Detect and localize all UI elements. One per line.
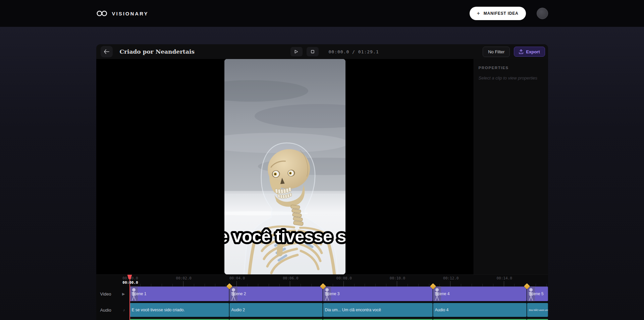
timecode-display: 00:00.0 / 01:29.1 [329,49,379,54]
properties-heading: PROPERTIES [479,66,543,70]
ruler-tick [504,281,504,286]
ruler-time-label: 00:04.0 [229,276,245,280]
ruler-tick [269,284,269,286]
audio-track-label: Audio ♪ [96,303,130,317]
current-time-label: 00:00.0 [122,280,138,285]
video-canvas: e você tivesse si [96,59,474,274]
ruler-tick [536,284,536,286]
upload-icon [519,49,523,54]
ruler-tick [418,284,419,286]
ruler-tick [172,284,173,286]
arrow-left-icon [104,49,109,54]
clip-label: Scene 4 [435,291,450,296]
ruler-tick [215,284,215,286]
user-avatar[interactable] [537,8,548,19]
ruler-tick [311,284,312,286]
clip-label: Audio 2 [231,308,245,312]
ruler-tick [386,284,386,286]
filter-select-button[interactable]: No Filter [483,47,510,57]
infinity-logo-icon [96,10,108,16]
brand-name: VISIONARY [112,11,149,16]
ruler-tick [151,284,151,286]
audio-track-name: Audio [100,308,111,313]
clip-label: E se você tivesse sido criado. [132,308,185,312]
timeline-ruler[interactable]: 00:00.0 00:00.000:02.000:04.000:06.000:0… [130,275,548,286]
ruler-tick [472,284,472,286]
transport-controls: 00:00.0 / 01:29.1 [290,44,379,59]
ruler-tick [375,284,376,286]
ruler-time-label: 00:06.0 [283,276,298,280]
ruler-tick [183,281,183,286]
ruler-tick [514,284,515,286]
ruler-time-label: 00:14.0 [496,276,512,280]
ruler-tick [354,284,355,286]
ruler-tick [162,284,162,286]
ruler-tick [247,284,248,286]
ruler-tick [290,281,290,286]
ruler-tick [140,284,141,286]
clip-label: Scene 3 [325,291,340,296]
ruler-tick [205,284,205,286]
skeleton-video-still [224,59,345,274]
ruler-tick [493,284,493,286]
project-title: Criado por Neandertais [120,48,195,55]
video-clip[interactable]: Scene 2 [229,286,323,301]
clip-label: Dia um... Um clã encontra você [325,308,381,312]
audio-clip[interactable]: Audio 2 [229,303,323,317]
editor-panel: Criado por Neandertais [96,44,548,320]
ruler-time-label: 00:08.0 [336,276,352,280]
back-button[interactable] [101,46,113,57]
manifest-idea-button[interactable]: + MANIFEST IDEA [470,7,526,20]
export-label: Export [526,49,540,54]
video-track-lane: Scene 1 Scene 2 Scene 3 Scene 4 Scene 5 [130,286,548,301]
audio-clip[interactable]: Eles NÃO veem um monstro... [527,303,548,317]
ruler-tick [450,281,450,286]
ruler-tick [546,284,547,286]
properties-empty-message: Select a clip to view properties [479,75,543,81]
ruler-tick [365,284,365,286]
video-preview[interactable]: e você tivesse si [224,59,345,274]
manifest-idea-label: MANIFEST IDEA [484,11,519,16]
clip-label: Scene 1 [132,291,147,296]
ruler-tick [301,284,301,286]
brand-logo: VISIONARY [96,10,149,16]
stop-button[interactable] [307,47,319,56]
editor-header: Criado por Neandertais [96,44,548,59]
ruler-tick [226,284,226,286]
video-clip[interactable]: Scene 1 [130,286,229,301]
page-background: Criado por Neandertais [0,27,644,320]
top-nav: VISIONARY + MANIFEST IDEA [0,0,644,27]
ruler-tick [258,284,258,286]
stop-icon [311,50,314,53]
export-button[interactable]: Export [514,47,545,57]
ruler-tick [429,284,429,286]
clip-label: Scene 5 [529,291,544,296]
audio-clip[interactable]: E se você tivesse sido criado. [130,303,229,317]
audio-clip[interactable]: Audio 4 [433,303,527,317]
audio-track-lane: E se você tivesse sido criado.Audio 2Dia… [130,303,548,317]
play-button[interactable] [290,47,303,56]
plus-icon: + [477,10,480,16]
ruler-tick [194,284,194,286]
clip-label: Audio 4 [435,308,449,312]
ruler-tick [333,284,333,286]
audio-track-icon: ♪ [123,308,125,312]
ruler-tick [482,284,483,286]
video-track-icon: ▶ [122,292,125,296]
audio-clip[interactable]: Dia um... Um clã encontra você [323,303,433,317]
properties-panel: PROPERTIES Select a clip to view propert… [474,59,548,274]
ruler-tick [397,281,397,286]
video-clip[interactable]: Scene 5 [527,286,548,301]
ruler-tick [236,281,237,286]
video-track-label: Video ▶ [96,286,130,301]
ruler-tick [439,284,440,286]
timeline: 00:00.0 00:00.000:02.000:04.000:06.000:0… [96,274,548,320]
clip-label: Eles NÃO veem um monstro... [529,309,548,311]
video-clip[interactable]: Scene 4 [433,286,527,301]
clip-label: Scene 2 [231,291,246,296]
ruler-time-label: 00:12.0 [443,276,459,280]
play-icon [294,50,298,54]
video-clip[interactable]: Scene 3 [323,286,433,301]
ruler-tick [461,284,461,286]
playhead-line [129,279,130,320]
